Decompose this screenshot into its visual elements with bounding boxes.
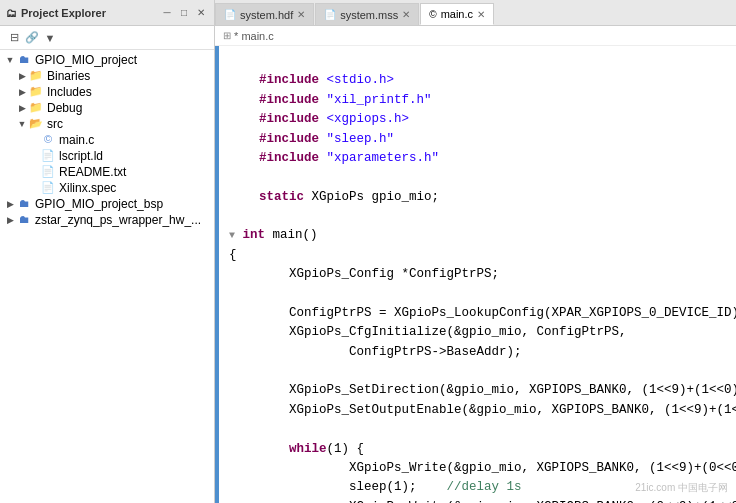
editor-area: #include <stdio.h> #include "xil_printf.… bbox=[215, 46, 736, 503]
ld-file-icon: 📄 bbox=[40, 149, 56, 163]
mss-tab-icon: 📄 bbox=[324, 9, 336, 20]
tree-item-includes[interactable]: ▶ 📁 Includes bbox=[0, 84, 214, 100]
code-line: ConfigPtrPS = XGpioPs_LookupConfig(XPAR_… bbox=[229, 304, 726, 323]
debug-icon: 📁 bbox=[28, 101, 44, 115]
explorer-toolbar: ⊟ 🔗 ▼ bbox=[0, 26, 214, 50]
readme-label: README.txt bbox=[59, 165, 126, 179]
code-line: sleep(1); //delay 1s bbox=[229, 478, 726, 497]
minimize-button[interactable]: ─ bbox=[160, 6, 174, 20]
tab-main-c-label: main.c bbox=[441, 8, 473, 20]
tree-item-gpio-mio-project[interactable]: ▼ 🖿 GPIO_MIO_project bbox=[0, 52, 214, 68]
tree-item-lscript[interactable]: 📄 lscript.ld bbox=[0, 148, 214, 164]
tab-system-mss-label: system.mss bbox=[340, 9, 398, 21]
code-content[interactable]: #include <stdio.h> #include "xil_printf.… bbox=[219, 46, 736, 503]
tree-arrow-zstar: ▶ bbox=[4, 215, 16, 225]
close-button[interactable]: ✕ bbox=[194, 6, 208, 20]
includes-icon: 📁 bbox=[28, 85, 44, 99]
breadcrumb: ⊞ * main.c bbox=[215, 26, 736, 46]
code-line: ConfigPtrPS->BaseAddr); bbox=[229, 343, 726, 362]
tab-system-hdf-label: system.hdf bbox=[240, 9, 293, 21]
tab-system-mss-close[interactable]: ✕ bbox=[402, 9, 410, 20]
lscript-label: lscript.ld bbox=[59, 149, 103, 163]
panel-header: 🗂 Project Explorer ─ □ ✕ bbox=[0, 0, 214, 26]
tree-item-debug[interactable]: ▶ 📁 Debug bbox=[0, 100, 214, 116]
c-file-icon: © bbox=[40, 133, 56, 147]
code-line bbox=[229, 168, 726, 187]
code-line: while(1) { bbox=[229, 440, 726, 459]
bsp-icon: 🖿 bbox=[16, 197, 32, 211]
debug-label: Debug bbox=[47, 101, 82, 115]
tree-arrow-debug: ▶ bbox=[16, 103, 28, 113]
tree-arrow-includes: ▶ bbox=[16, 87, 28, 97]
panel-title-label: Project Explorer bbox=[21, 7, 106, 19]
tree-arrow: ▼ bbox=[4, 55, 16, 65]
code-line bbox=[229, 362, 726, 381]
code-line: XGpioPs_Config *ConfigPtrPS; bbox=[229, 265, 726, 284]
code-line: ▼ int main() bbox=[229, 226, 726, 245]
code-line: #include <stdio.h> bbox=[229, 71, 726, 90]
tab-bar: 📄 system.hdf ✕ 📄 system.mss ✕ © main.c ✕ bbox=[215, 0, 736, 26]
tree-item-main-c[interactable]: © main.c bbox=[0, 132, 214, 148]
binaries-icon: 📁 bbox=[28, 69, 44, 83]
spec-file-icon: 📄 bbox=[40, 181, 56, 195]
panel-controls: ─ □ ✕ bbox=[160, 6, 208, 20]
code-line bbox=[229, 285, 726, 304]
code-line bbox=[229, 207, 726, 226]
tree-item-readme[interactable]: 📄 README.txt bbox=[0, 164, 214, 180]
tree-item-binaries[interactable]: ▶ 📁 Binaries bbox=[0, 68, 214, 84]
main-c-label: main.c bbox=[59, 133, 94, 147]
tab-system-hdf-close[interactable]: ✕ bbox=[297, 9, 305, 20]
bsp-label: GPIO_MIO_project_bsp bbox=[35, 197, 163, 211]
tree-arrow-src: ▼ bbox=[16, 119, 28, 129]
zstar-icon: 🖿 bbox=[16, 213, 32, 227]
project-tree: ▼ 🖿 GPIO_MIO_project ▶ 📁 Binaries ▶ 📁 In… bbox=[0, 50, 214, 503]
code-line bbox=[229, 52, 726, 71]
project-icon: 🗂 bbox=[6, 7, 17, 19]
xilinx-spec-label: Xilinx.spec bbox=[59, 181, 116, 195]
tree-item-xilinx-spec[interactable]: 📄 Xilinx.spec bbox=[0, 180, 214, 196]
code-line: XGpioPs_SetOutputEnable(&gpio_mio, XGPIO… bbox=[229, 401, 726, 420]
main-c-tab-icon: © bbox=[429, 9, 436, 20]
code-line: XGpioPs_Write(&gpio_mio, XGPIOPS_BANK0, … bbox=[229, 459, 726, 478]
code-line: #include <xgpiops.h> bbox=[229, 110, 726, 129]
includes-label: Includes bbox=[47, 85, 92, 99]
panel-title: 🗂 Project Explorer bbox=[6, 7, 106, 19]
code-line: #include "sleep.h" bbox=[229, 130, 726, 149]
tab-system-hdf[interactable]: 📄 system.hdf ✕ bbox=[215, 3, 314, 25]
tree-arrow-binaries: ▶ bbox=[16, 71, 28, 81]
tree-item-src[interactable]: ▼ 📂 src bbox=[0, 116, 214, 132]
code-line: { bbox=[229, 246, 726, 265]
project-folder-icon: 🖿 bbox=[16, 53, 32, 67]
code-line: static XGpioPs gpio_mio; bbox=[229, 188, 726, 207]
txt-file-icon: 📄 bbox=[40, 165, 56, 179]
code-line bbox=[229, 420, 726, 439]
filter-icon[interactable]: ▼ bbox=[42, 30, 58, 46]
zstar-label: zstar_zynq_ps_wrapper_hw_... bbox=[35, 213, 201, 227]
code-line: #include "xil_printf.h" bbox=[229, 91, 726, 110]
code-line: XGpioPs_SetDirection(&gpio_mio, XGPIOPS_… bbox=[229, 381, 726, 400]
link-editor-icon[interactable]: 🔗 bbox=[24, 30, 40, 46]
code-line: #include "xparameters.h" bbox=[229, 149, 726, 168]
src-label: src bbox=[47, 117, 63, 131]
maximize-button[interactable]: □ bbox=[177, 6, 191, 20]
tree-arrow-bsp: ▶ bbox=[4, 199, 16, 209]
tree-item-label: GPIO_MIO_project bbox=[35, 53, 137, 67]
binaries-label: Binaries bbox=[47, 69, 90, 83]
tab-system-mss[interactable]: 📄 system.mss ✕ bbox=[315, 3, 419, 25]
project-explorer-panel: 🗂 Project Explorer ─ □ ✕ ⊟ 🔗 ▼ ▼ 🖿 GPIO_… bbox=[0, 0, 215, 503]
hdf-tab-icon: 📄 bbox=[224, 9, 236, 20]
src-icon: 📂 bbox=[28, 117, 44, 131]
tab-main-c-close[interactable]: ✕ bbox=[477, 9, 485, 20]
code-line: XGpioPs_Write(&gpio_mio, XGPIOPS_BANK0, … bbox=[229, 498, 726, 503]
editor-panel: 📄 system.hdf ✕ 📄 system.mss ✕ © main.c ✕… bbox=[215, 0, 736, 503]
tab-main-c[interactable]: © main.c ✕ bbox=[420, 3, 494, 25]
breadcrumb-text: * main.c bbox=[234, 30, 274, 42]
code-line: XGpioPs_CfgInitialize(&gpio_mio, ConfigP… bbox=[229, 323, 726, 342]
collapse-all-icon[interactable]: ⊟ bbox=[6, 30, 22, 46]
tree-item-bsp[interactable]: ▶ 🖿 GPIO_MIO_project_bsp bbox=[0, 196, 214, 212]
tree-item-zstar[interactable]: ▶ 🖿 zstar_zynq_ps_wrapper_hw_... bbox=[0, 212, 214, 228]
collapse-marker[interactable]: ⊞ bbox=[223, 30, 231, 41]
